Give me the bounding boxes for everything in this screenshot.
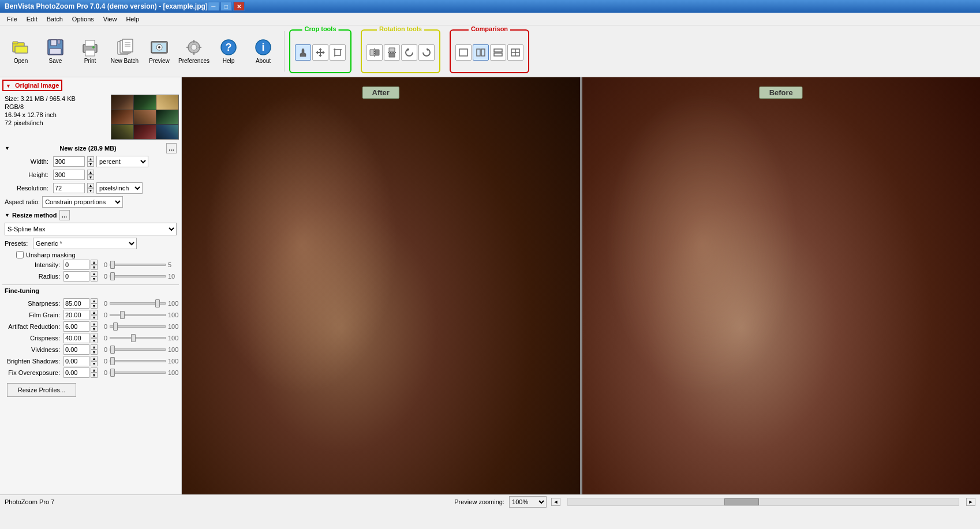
fix-overexposure-thumb[interactable] xyxy=(110,369,115,377)
radius-input[interactable] xyxy=(63,271,89,282)
new-batch-button[interactable]: New Batch xyxy=(109,29,141,74)
menu-edit[interactable]: Edit xyxy=(22,13,42,25)
open-button[interactable]: Open xyxy=(5,29,37,74)
hand-tool-button[interactable] xyxy=(295,44,311,61)
artifact-thumb[interactable] xyxy=(113,322,118,331)
sharpness-thumb[interactable] xyxy=(155,299,160,307)
move-tool-button[interactable] xyxy=(312,44,328,61)
brighten-shadows-input[interactable] xyxy=(63,356,89,366)
crispness-thumb[interactable] xyxy=(131,334,136,342)
vividness-track[interactable] xyxy=(110,348,166,351)
brighten-shadows-thumb[interactable] xyxy=(110,357,115,365)
menu-file[interactable]: File xyxy=(2,13,22,25)
vividness-thumb[interactable] xyxy=(110,346,115,354)
radius-track[interactable] xyxy=(110,275,166,277)
sharpness-input[interactable] xyxy=(63,298,89,309)
preview-button[interactable]: Preview xyxy=(143,29,175,74)
menu-view[interactable]: View xyxy=(99,13,122,25)
vividness-input[interactable] xyxy=(63,344,89,355)
intensity-track[interactable] xyxy=(110,264,166,266)
artifact-track[interactable] xyxy=(110,325,166,328)
fix-overexposure-up-button[interactable]: ▲ xyxy=(91,367,98,373)
resolution-unit-select[interactable]: pixels/inch pixels/cm xyxy=(96,182,143,194)
artifact-input[interactable] xyxy=(63,321,89,332)
crispness-up-button[interactable]: ▲ xyxy=(91,333,98,338)
height-up-button[interactable]: ▲ xyxy=(87,170,94,175)
film-grain-track[interactable] xyxy=(110,314,166,316)
artifact-down-button[interactable]: ▼ xyxy=(91,327,98,332)
preview-icon xyxy=(150,38,169,57)
vividness-row: Vividness: ▲ ▼ 0 100 xyxy=(2,344,179,355)
fix-overexposure-track[interactable] xyxy=(110,372,166,374)
crispness-input[interactable] xyxy=(63,333,89,343)
comp-quad-button[interactable] xyxy=(507,44,523,61)
brighten-shadows-track[interactable] xyxy=(110,360,166,362)
close-button[interactable]: ✕ xyxy=(233,2,245,11)
film-grain-down-button[interactable]: ▼ xyxy=(91,315,98,320)
crispness-track[interactable] xyxy=(110,337,166,339)
preferences-button[interactable]: Preferences xyxy=(178,29,210,74)
presets-select[interactable]: Generic * Photo Web Print xyxy=(33,238,137,249)
width-down-button[interactable]: ▼ xyxy=(87,162,94,167)
zoom-select[interactable]: 25% 50% 75% 100% 150% 200% Fit xyxy=(509,496,547,508)
height-spinners: ▲ ▼ xyxy=(87,170,94,180)
comp-single-button[interactable] xyxy=(455,44,472,61)
scroll-right-button[interactable]: ► xyxy=(966,498,975,506)
width-up-button[interactable]: ▲ xyxy=(87,156,94,162)
resolution-up-button[interactable]: ▲ xyxy=(87,183,94,188)
intensity-up-button[interactable]: ▲ xyxy=(91,260,98,265)
resolution-input[interactable] xyxy=(53,183,85,193)
about-button[interactable]: i About xyxy=(247,29,279,74)
crispness-down-button[interactable]: ▼ xyxy=(91,338,98,343)
aspect-ratio-select[interactable]: Constrain proportions Free Original rati… xyxy=(42,196,123,208)
scroll-left-button[interactable]: ◄ xyxy=(551,498,560,506)
menu-batch[interactable]: Batch xyxy=(42,13,68,25)
resolution-down-button[interactable]: ▼ xyxy=(87,188,94,193)
vividness-up-button[interactable]: ▲ xyxy=(91,344,98,350)
film-grain-input[interactable] xyxy=(63,310,89,320)
sharpness-down-button[interactable]: ▼ xyxy=(91,303,98,309)
resize-method-more-button[interactable]: … xyxy=(59,210,70,220)
comp-split-v-button[interactable] xyxy=(473,44,489,61)
print-button[interactable]: Print xyxy=(74,29,106,74)
minimize-button[interactable]: ─ xyxy=(208,2,219,11)
fix-overexposure-input[interactable] xyxy=(63,367,89,378)
film-grain-thumb[interactable] xyxy=(120,311,125,319)
width-unit-select[interactable]: percent pixels inches cm xyxy=(96,156,148,167)
fix-overexposure-down-button[interactable]: ▼ xyxy=(91,373,98,378)
maximize-button[interactable]: □ xyxy=(220,2,232,11)
rotate-ccw-button[interactable] xyxy=(401,44,417,61)
film-grain-spinners: ▲ ▼ xyxy=(91,310,98,320)
flip-horizontal-button[interactable] xyxy=(366,44,383,61)
resize-profiles-button[interactable]: Resize Profiles... xyxy=(7,383,76,397)
film-grain-up-button[interactable]: ▲ xyxy=(91,310,98,315)
intensity-down-button[interactable]: ▼ xyxy=(91,265,98,270)
unsharp-masking-checkbox[interactable] xyxy=(16,251,24,258)
comp-split-h-button[interactable] xyxy=(490,44,506,61)
vividness-down-button[interactable]: ▼ xyxy=(91,350,98,355)
menu-help[interactable]: Help xyxy=(121,13,144,25)
radius-thumb[interactable] xyxy=(110,272,115,280)
brighten-shadows-down-button[interactable]: ▼ xyxy=(91,361,98,366)
horizontal-scrollbar[interactable] xyxy=(567,498,959,506)
artifact-up-button[interactable]: ▲ xyxy=(91,321,98,327)
scrollbar-thumb[interactable] xyxy=(724,498,759,505)
rotate-cw-button[interactable] xyxy=(418,44,435,61)
menu-options[interactable]: Options xyxy=(68,13,99,25)
save-button[interactable]: Save xyxy=(39,29,72,74)
sharpness-track[interactable] xyxy=(110,302,166,305)
intensity-thumb[interactable] xyxy=(110,261,115,269)
method-select[interactable]: S-Spline Max S-Spline XL BenVista Lanczo… xyxy=(5,223,177,235)
crop-tool-button[interactable] xyxy=(330,44,346,61)
height-down-button[interactable]: ▼ xyxy=(87,175,94,180)
brighten-shadows-up-button[interactable]: ▲ xyxy=(91,356,98,361)
help-button[interactable]: ? Help xyxy=(212,29,245,74)
radius-down-button[interactable]: ▼ xyxy=(91,276,98,282)
intensity-input[interactable] xyxy=(63,260,89,270)
radius-up-button[interactable]: ▲ xyxy=(91,271,98,276)
height-input[interactable] xyxy=(53,170,85,180)
new-size-more-button[interactable]: … xyxy=(166,143,177,153)
flip-vertical-button[interactable] xyxy=(384,44,400,61)
width-input[interactable] xyxy=(53,156,85,167)
sharpness-up-button[interactable]: ▲ xyxy=(91,298,98,303)
